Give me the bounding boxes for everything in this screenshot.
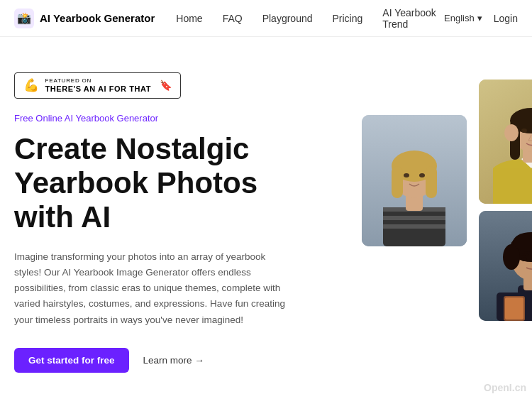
navbar: 📸 AI Yearbook Generator Home FAQ Playgro…: [0, 0, 532, 37]
featured-badge: 💪 FEATURED ON THERE'S AN AI FOR THAT 🔖: [14, 72, 181, 99]
svg-rect-9: [426, 166, 437, 198]
get-started-button[interactable]: Get started for free: [14, 348, 129, 373]
hero-images: 12: [291, 80, 532, 399]
nav-playground[interactable]: Playground: [262, 13, 313, 24]
brand-icon: 📸: [14, 9, 34, 28]
photo-dark-hair-woman: [479, 211, 532, 321]
hero-description: Imagine transforming your photos into an…: [14, 249, 291, 328]
language-selector[interactable]: English ▾: [444, 13, 482, 23]
language-label: English: [444, 13, 475, 23]
chevron-down-icon: ▾: [477, 13, 482, 23]
login-button[interactable]: Login: [494, 13, 518, 24]
svg-point-22: [504, 124, 519, 141]
nav-faq[interactable]: FAQ: [223, 13, 243, 24]
hero-section: 💪 FEATURED ON THERE'S AN AI FOR THAT 🔖 F…: [0, 37, 532, 399]
hero-actions: Get started for free Learn more →: [14, 348, 312, 373]
learn-more-button[interactable]: Learn more →: [143, 355, 204, 366]
nav-trend[interactable]: AI Yearbook Trend: [382, 7, 444, 30]
free-label: Free Online AI Yearbook Generator: [14, 113, 312, 124]
photo-blonde-girl: [362, 115, 467, 246]
svg-point-11: [419, 173, 425, 177]
brand-name: AI Yearbook Generator: [40, 12, 155, 24]
svg-rect-14: [493, 168, 532, 204]
svg-rect-4: [383, 224, 445, 229]
hero-content: 💪 FEATURED ON THERE'S AN AI FOR THAT 🔖 F…: [14, 65, 312, 399]
badge-muscle-icon: 💪: [23, 77, 40, 93]
svg-point-20: [521, 129, 527, 133]
bookmark-icon: 🔖: [160, 80, 172, 91]
watermark: OpenI.cn: [484, 382, 526, 393]
svg-rect-3: [383, 216, 445, 220]
svg-rect-8: [392, 166, 403, 198]
brand-logo[interactable]: 📸 AI Yearbook Generator: [14, 9, 155, 28]
svg-rect-35: [505, 297, 523, 319]
nav-home[interactable]: Home: [176, 13, 202, 24]
badge-text: FEATURED ON THERE'S AN AI FOR THAT: [45, 77, 151, 94]
nav-pricing[interactable]: Pricing: [333, 13, 363, 24]
svg-point-32: [521, 257, 527, 261]
hero-title: Create Nostalgic Yearbook Photos with AI: [14, 132, 284, 235]
navbar-right: English ▾ Login: [444, 13, 518, 24]
svg-point-10: [404, 173, 409, 177]
photo-yellow-jacket-woman: [479, 80, 532, 204]
badge-main-text: THERE'S AN AI FOR THAT: [45, 84, 151, 94]
nav-links: Home FAQ Playground Pricing AI Yearbook …: [176, 7, 444, 30]
badge-prefix: FEATURED ON: [45, 77, 151, 84]
